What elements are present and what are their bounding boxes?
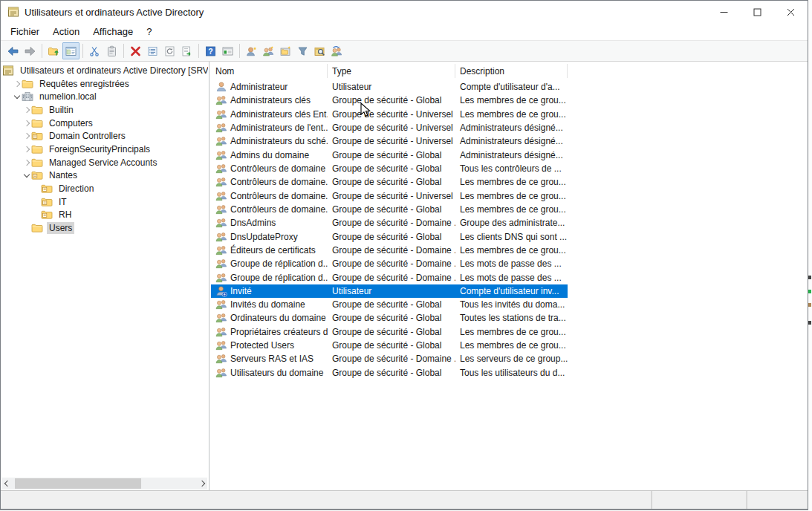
cell-description: Groupe des administrate... (455, 218, 568, 228)
tree-horizontal-scrollbar[interactable] (1, 478, 207, 489)
help-icon: ? (204, 45, 217, 57)
tree-item-numelion-local[interactable]: numelion.local (1, 90, 208, 103)
table-row-ordinateurs-du-domaine[interactable]: Ordinateurs du domaineGroupe de sécurité… (211, 311, 568, 325)
cell-description: Les clients DNS qui sont ... (455, 232, 568, 242)
new-organizational-unit-button[interactable] (277, 42, 294, 59)
table-row-contr-leurs-de-domaine[interactable]: Contrôleurs de domaine...Groupe de sécur… (211, 203, 568, 216)
find-button[interactable] (311, 42, 328, 59)
cell-type: Groupe de sécurité - Universel (328, 123, 455, 133)
cell-nom: Serveurs RAS et IAS (230, 354, 314, 364)
table-row-admins-du-domaine[interactable]: Admins du domaineGroupe de sécurité - Gl… (211, 149, 568, 162)
table-row-contr-leurs-de-domaine[interactable]: Contrôleurs de domaine...Groupe de sécur… (211, 175, 568, 189)
table-row-administrateur[interactable]: AdministrateurUtilisateurCompte d'utilis… (211, 80, 568, 94)
refresh-button[interactable] (161, 42, 178, 59)
cell-description: Les mots de passe des ... (455, 273, 568, 283)
scrollbar-thumb[interactable] (15, 478, 141, 489)
chevron-right-icon[interactable] (22, 134, 31, 138)
chevron-down-icon[interactable] (12, 95, 22, 98)
show-console-tree-button[interactable] (62, 42, 79, 59)
cell-nom: Contrôleurs de domaine... (230, 204, 328, 215)
group-icon (215, 367, 228, 379)
table-row-administrateurs-cl-s-ent[interactable]: Administrateurs clés Ent...Groupe de séc… (211, 108, 568, 121)
back-button[interactable] (4, 42, 22, 59)
table-row-invit-s-du-domaine[interactable]: Invités du domaineGroupe de sécurité - G… (211, 298, 568, 311)
table-row-utilisateurs-du-domaine[interactable]: Utilisateurs du domaineGroupe de sécurit… (211, 366, 568, 380)
table-row-propri-taires-cr-ateurs[interactable]: Propriétaires créateurs d...Groupe de sé… (211, 325, 568, 339)
maximize-button[interactable] (741, 1, 774, 23)
cell-type: Groupe de sécurité - Global (328, 327, 455, 337)
desktop-icon-fragment (808, 321, 811, 325)
table-row-contr-leurs-de-domaine[interactable]: Contrôleurs de domaineGroupe de sécurité… (211, 162, 568, 175)
table-row-groupe-de-r-plication[interactable]: Groupe de réplication d...Groupe de sécu… (211, 257, 568, 270)
tree-item-rh[interactable]: RH (1, 209, 208, 222)
group-icon (215, 339, 228, 351)
tree-item-nantes[interactable]: Nantes (1, 169, 208, 183)
cell-nom: Groupe de réplication d... (230, 273, 328, 283)
chevron-right-icon[interactable] (22, 147, 31, 152)
chevron-right-icon[interactable] (22, 160, 31, 165)
chevron-down-icon[interactable] (22, 174, 31, 177)
chevron-right-icon[interactable] (22, 108, 31, 112)
tree-item-requ-tes-enregistr-es[interactable]: Requêtes enregistrées (1, 77, 208, 91)
status-section (652, 491, 747, 509)
table-row-administrateurs-cl-s[interactable]: Administrateurs clésGroupe de sécurité -… (211, 94, 568, 107)
filter-button[interactable] (294, 42, 311, 59)
new-group-button[interactable] (260, 42, 277, 59)
menu-item-fichier[interactable]: Fichier (4, 25, 46, 39)
column-header-type[interactable]: Type (328, 64, 455, 78)
cell-type: Groupe de sécurité - Domaine ... (328, 258, 455, 269)
table-row-protected-users[interactable]: Protected UsersGroupe de sécurité - Glob… (211, 339, 568, 352)
table-row-invit[interactable]: InvitéUtilisateurCompte d'utilisateur in… (211, 284, 568, 298)
chevron-right-icon[interactable] (22, 121, 31, 126)
column-header-nom[interactable]: Nom (211, 64, 328, 78)
tree-item-builtin[interactable]: Builtin (1, 103, 208, 117)
tree-item-domain-controllers[interactable]: Domain Controllers (1, 129, 208, 143)
export-list-button[interactable] (178, 42, 195, 59)
column-header-description[interactable]: Description (455, 64, 568, 78)
table-row-dnsadmins[interactable]: DnsAdminsGroupe de sécurité - Domaine ..… (211, 216, 568, 230)
chevron-right-icon[interactable] (12, 82, 22, 86)
paste-button[interactable] (103, 42, 120, 59)
table-row-diteurs-de-certificats[interactable]: Éditeurs de certificatsGroupe de sécurit… (211, 244, 568, 257)
table-row-contr-leurs-de-domaine[interactable]: Contrôleurs de domaine...Groupe de sécur… (211, 189, 568, 203)
group-icon (215, 204, 228, 215)
cell-description: Les membres de ce grou... (455, 191, 568, 201)
cell-type: Groupe de sécurité - Domaine ... (328, 245, 455, 256)
table-row-administrateurs-de-l-ent[interactable]: Administrateurs de l'ent...Groupe de séc… (211, 121, 568, 134)
table-row-groupe-de-r-plication[interactable]: Groupe de réplication d...Groupe de sécu… (211, 270, 568, 284)
find-icon (314, 45, 326, 57)
object-list: AdministrateurUtilisateurCompte d'utilis… (211, 80, 808, 380)
scroll-left-arrow-icon[interactable] (1, 478, 13, 489)
menu-bar: FichierActionAffichage? (1, 23, 808, 40)
new-console-window-button[interactable] (219, 42, 236, 59)
toolbar: ? (1, 40, 808, 62)
properties-button[interactable] (144, 42, 161, 59)
forward-button[interactable] (22, 42, 39, 59)
up-one-level-button[interactable] (45, 42, 62, 59)
scroll-right-arrow-icon[interactable] (196, 478, 207, 489)
tree-item-computers[interactable]: Computers (1, 117, 208, 130)
tree-item-it[interactable]: IT (1, 195, 208, 209)
help-button[interactable]: ? (202, 42, 219, 59)
menu-item-[interactable]: ? (140, 25, 158, 39)
console-tree: Utilisateurs et ordinateurs Active Direc… (1, 64, 208, 476)
new-organizational-unit-icon (279, 45, 292, 57)
tree-item-managed-service-accounts[interactable]: Managed Service Accounts (1, 156, 208, 169)
tree-item-direction[interactable]: Direction (1, 182, 208, 195)
menu-item-action[interactable]: Action (46, 25, 86, 39)
cell-description: Compte d'utilisateur inv... (455, 286, 568, 296)
cut-button[interactable] (86, 42, 103, 59)
table-row-serveurs-ras-et-ias[interactable]: Serveurs RAS et IASGroupe de sécurité - … (211, 352, 568, 365)
tree-item-utilisateurs-et-ordinateurs-active[interactable]: Utilisateurs et ordinateurs Active Direc… (1, 64, 208, 77)
close-button[interactable] (774, 1, 808, 23)
tree-item-foreignsecurityprincipals[interactable]: ForeignSecurityPrincipals (1, 143, 208, 156)
menu-item-affichage[interactable]: Affichage (86, 25, 140, 39)
table-row-dnsupdateproxy[interactable]: DnsUpdateProxyGroupe de sécurité - Globa… (211, 230, 568, 243)
minimize-button[interactable] (707, 1, 741, 23)
add-to-group-button[interactable] (328, 42, 345, 59)
table-row-administrateurs-du-sch[interactable]: Administrateurs du sché...Groupe de sécu… (211, 134, 568, 148)
delete-button[interactable] (127, 42, 144, 59)
domain-icon (22, 91, 34, 102)
new-user-button[interactable] (243, 42, 260, 59)
tree-item-users[interactable]: Users (1, 221, 208, 235)
